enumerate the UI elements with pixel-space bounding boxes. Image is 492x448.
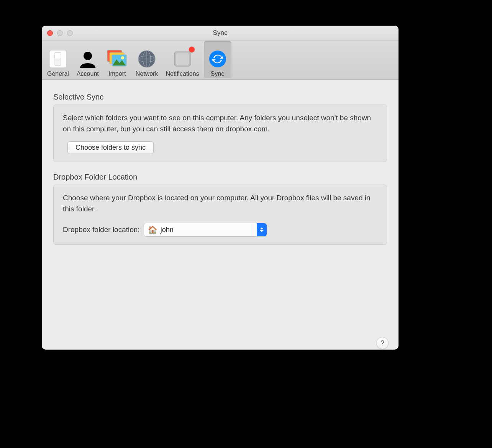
help-button[interactable]: ?	[376, 337, 389, 349]
svg-rect-2	[55, 52, 61, 59]
toolbar-item-general[interactable]: General	[44, 41, 72, 78]
photos-icon	[107, 48, 128, 70]
preferences-toolbar: General Account Import	[42, 41, 399, 80]
switch-icon	[47, 48, 69, 70]
svg-point-7	[121, 56, 124, 59]
toolbar-label: Network	[136, 70, 158, 77]
toolbar-label: General	[47, 70, 69, 77]
preferences-window: Sync General Account	[42, 26, 399, 350]
folder-location-value: john	[161, 226, 257, 234]
selective-sync-description: Select which folders you want to see on …	[63, 113, 377, 134]
svg-rect-15	[176, 53, 189, 65]
svg-point-16	[209, 51, 226, 67]
close-window-button[interactable]	[47, 30, 53, 36]
toolbar-item-network[interactable]: Network	[133, 41, 161, 78]
svg-point-3	[84, 52, 92, 60]
traffic-lights	[47, 30, 73, 36]
chevron-updown-icon	[257, 223, 267, 236]
content-area: Selective Sync Select which folders you …	[42, 80, 399, 350]
toolbar-item-sync[interactable]: Sync	[204, 41, 231, 78]
toolbar-label: Notifications	[166, 70, 199, 77]
selective-sync-title: Selective Sync	[53, 93, 387, 101]
sync-icon	[207, 48, 228, 70]
minimize-window-button[interactable]	[57, 30, 63, 36]
home-icon: 🏠	[148, 225, 157, 234]
notification-badge-icon	[189, 47, 195, 52]
toolbar-label: Account	[77, 70, 99, 77]
folder-location-description: Choose where your Dropbox is located on …	[63, 193, 377, 214]
folder-location-panel: Choose where your Dropbox is located on …	[53, 185, 387, 245]
toolbar-item-import[interactable]: Import	[103, 41, 131, 78]
choose-folders-button[interactable]: Choose folders to sync	[67, 141, 154, 154]
notifications-icon	[172, 48, 193, 70]
toolbar-label: Sync	[211, 70, 225, 77]
folder-location-title: Dropbox Folder Location	[53, 173, 387, 181]
window-title: Sync	[42, 29, 399, 37]
titlebar: Sync	[42, 26, 399, 41]
selective-sync-panel: Select which folders you want to see on …	[53, 105, 387, 162]
folder-location-select[interactable]: 🏠 john	[144, 223, 267, 237]
person-icon	[77, 48, 98, 70]
toolbar-item-notifications[interactable]: Notifications	[162, 41, 202, 78]
toolbar-label: Import	[108, 70, 126, 77]
network-globe-icon	[136, 48, 157, 70]
folder-location-label: Dropbox folder location:	[63, 226, 140, 234]
maximize-window-button[interactable]	[67, 30, 73, 36]
toolbar-item-account[interactable]: Account	[74, 41, 102, 78]
